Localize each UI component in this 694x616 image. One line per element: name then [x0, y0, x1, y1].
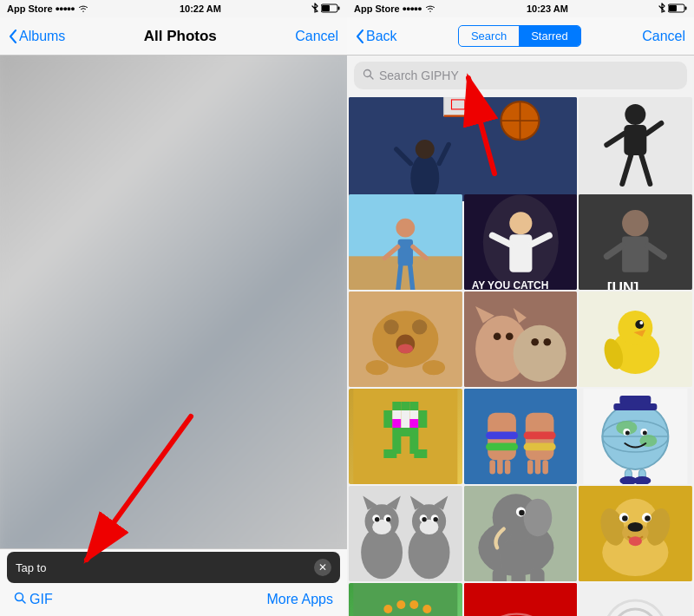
- left-status-left: App Store ●●●●●: [7, 3, 89, 14]
- svg-rect-99: [489, 460, 495, 474]
- svg-point-164: [409, 600, 418, 609]
- svg-line-4: [23, 600, 26, 604]
- gif-grid: AY YOU CATCH [UN]: [347, 95, 694, 616]
- segmented-control: Search Starred: [458, 25, 581, 47]
- svg-rect-85: [409, 419, 418, 428]
- list-item[interactable]: [464, 583, 578, 616]
- svg-rect-97: [523, 432, 555, 440]
- svg-line-25: [647, 123, 662, 134]
- list-item[interactable]: [349, 389, 462, 484]
- svg-line-24: [607, 134, 625, 145]
- battery-icon-left: [321, 3, 340, 15]
- svg-point-68: [619, 311, 653, 345]
- wifi-icon: [77, 3, 89, 14]
- right-nav-bar: Back Search Starred Cancel: [347, 17, 694, 56]
- tap-to-tooltip: Tap to ✕: [7, 552, 340, 583]
- right-signal-dots: ●●●●●: [403, 4, 422, 13]
- svg-rect-74: [392, 402, 401, 410]
- list-item[interactable]: [349, 486, 462, 581]
- list-item[interactable]: [464, 486, 578, 581]
- svg-point-139: [433, 517, 437, 521]
- close-tooltip-button[interactable]: ✕: [314, 559, 331, 576]
- starred-segment[interactable]: Starred: [519, 26, 580, 46]
- svg-point-159: [645, 515, 651, 521]
- svg-line-35: [410, 265, 413, 290]
- left-status-bar: App Store ●●●●● 10:22 AM: [0, 0, 347, 17]
- svg-point-65: [543, 338, 551, 346]
- svg-rect-87: [392, 428, 418, 436]
- search-segment[interactable]: Search: [459, 26, 519, 46]
- list-item[interactable]: [349, 97, 577, 201]
- svg-line-10: [370, 76, 374, 80]
- list-item[interactable]: [579, 583, 692, 616]
- right-cancel-button[interactable]: Cancel: [642, 29, 685, 44]
- left-time: 10:22 AM: [180, 3, 221, 14]
- svg-rect-81: [418, 410, 427, 419]
- list-item[interactable]: [349, 583, 462, 616]
- app-store-label: App Store: [7, 3, 53, 14]
- list-item[interactable]: AY YOU CATCH: [464, 194, 578, 290]
- toolbar-bottom-row: GIF More Apps: [0, 583, 347, 616]
- svg-point-52: [412, 319, 427, 334]
- svg-point-160: [629, 536, 642, 546]
- giphy-search-bar[interactable]: Search GIPHY: [354, 62, 687, 89]
- svg-point-162: [383, 605, 392, 613]
- tap-to-text: Tap to: [16, 561, 309, 574]
- svg-rect-1: [337, 6, 339, 10]
- svg-rect-79: [401, 410, 409, 419]
- svg-rect-45: [622, 236, 648, 272]
- svg-rect-75: [401, 402, 409, 410]
- list-item[interactable]: [UN]: [579, 194, 692, 290]
- list-item[interactable]: [579, 292, 692, 387]
- svg-rect-147: [511, 572, 525, 581]
- svg-point-56: [422, 360, 445, 375]
- list-item[interactable]: [349, 292, 462, 387]
- svg-rect-116: [620, 396, 651, 404]
- svg-point-19: [416, 140, 435, 159]
- gif-button[interactable]: GIF: [14, 592, 53, 607]
- svg-point-30: [396, 219, 415, 238]
- battery-icon-right: [668, 3, 687, 15]
- svg-point-69: [636, 320, 645, 329]
- right-panel: App Store ●●●●● 10:23 AM Back Search Sta…: [347, 0, 694, 616]
- list-item[interactable]: [464, 389, 578, 484]
- svg-text:AY YOU CATCH: AY YOU CATCH: [471, 279, 548, 290]
- svg-rect-91: [414, 449, 427, 458]
- left-status-right: [311, 3, 340, 15]
- signal-dots: ●●●●●: [56, 4, 75, 13]
- svg-point-22: [625, 104, 646, 125]
- svg-rect-101: [504, 460, 510, 474]
- left-nav-title: All Photos: [144, 28, 217, 45]
- blurred-photos: [0, 56, 347, 548]
- svg-rect-76: [409, 402, 418, 410]
- svg-rect-104: [542, 460, 548, 474]
- left-cancel-button[interactable]: Cancel: [295, 29, 338, 44]
- right-status-left: App Store ●●●●●: [354, 3, 436, 14]
- right-app-store-label: App Store: [354, 3, 400, 14]
- svg-point-38: [509, 212, 532, 234]
- svg-line-26: [623, 155, 632, 184]
- list-item[interactable]: [464, 292, 578, 387]
- svg-rect-86: [418, 419, 427, 428]
- svg-rect-80: [409, 410, 418, 419]
- more-apps-button[interactable]: More Apps: [267, 592, 333, 607]
- svg-rect-83: [392, 419, 401, 428]
- svg-point-163: [396, 600, 405, 609]
- svg-point-157: [622, 515, 628, 521]
- svg-rect-39: [509, 234, 532, 272]
- svg-point-165: [422, 605, 431, 613]
- list-item[interactable]: [579, 97, 692, 201]
- svg-point-143: [523, 499, 552, 537]
- svg-rect-7: [684, 6, 686, 10]
- gif-label: GIF: [29, 592, 53, 607]
- svg-rect-102: [527, 460, 534, 474]
- left-back-button[interactable]: Albums: [9, 29, 65, 44]
- svg-rect-95: [486, 432, 518, 440]
- giphy-search-icon: [363, 69, 374, 82]
- right-status-bar: App Store ●●●●● 10:23 AM: [347, 0, 694, 17]
- list-item[interactable]: [579, 486, 692, 581]
- list-item[interactable]: [349, 194, 462, 290]
- svg-rect-115: [614, 403, 658, 410]
- right-back-button[interactable]: Back: [356, 29, 397, 44]
- list-item[interactable]: [579, 389, 692, 484]
